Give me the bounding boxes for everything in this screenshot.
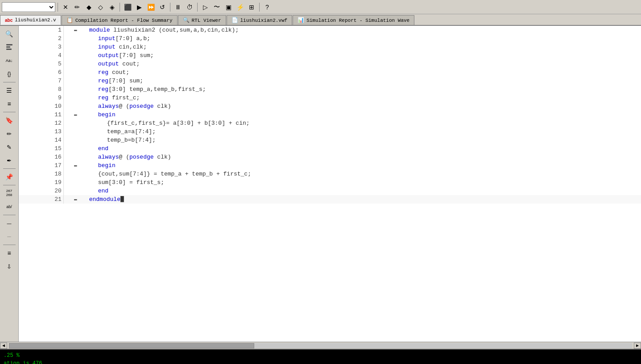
code-editor[interactable]: 1▬module liushuixian2 (cout,sum,a,b,cin,…: [19, 26, 641, 342]
hscroll-right-btn[interactable]: ▶: [634, 343, 641, 349]
tabbar: abc liushuixian2.v 📋 Compilation Report …: [0, 14, 641, 26]
loop-btn[interactable]: ↺: [157, 2, 168, 12]
tab-sim-icon: 📊: [298, 17, 304, 24]
fold-col-9: [63, 94, 87, 102]
sidebar-ab-btn[interactable]: ab/: [2, 200, 17, 213]
x-mark-btn[interactable]: ✕: [60, 2, 71, 12]
keyword-token: end: [98, 145, 108, 152]
toolbar-dropdown[interactable]: [2, 2, 55, 12]
sidebar-line-btn[interactable]: —: [2, 217, 17, 229]
line-number-18: 18: [19, 170, 63, 178]
code-line-4: 4output[7:0] sum;: [19, 51, 641, 60]
keyword-token: output: [98, 52, 119, 59]
fast-fwd-btn[interactable]: ⏩: [145, 2, 156, 12]
horizontal-scrollbar[interactable]: ◀ ▶: [0, 342, 641, 349]
tab-simulation-report[interactable]: 📊 Simulation Report - Simulation Wave: [293, 15, 414, 25]
sidebar-down2-btn[interactable]: ⇩: [2, 260, 17, 273]
code-line-14: 14temp_b=b[7:4];: [19, 136, 641, 144]
fold-col-1[interactable]: ▬: [63, 26, 87, 34]
grid-btn[interactable]: ⊞: [246, 2, 257, 12]
chip-btn[interactable]: ▣: [223, 2, 234, 12]
hscroll-track[interactable]: [9, 343, 632, 348]
code-col-15: end: [87, 144, 641, 153]
status-line-2: ation is 476: [4, 360, 637, 364]
wave-btn[interactable]: 〜: [211, 2, 222, 12]
sidebar-hierarchy-btn[interactable]: [2, 41, 17, 53]
compile2-btn[interactable]: ◇: [95, 2, 106, 12]
keyword-token: begin: [98, 162, 116, 169]
stop-btn[interactable]: ⬛: [122, 2, 133, 12]
fold-col-6: [63, 68, 87, 77]
sidebar-counter-btn[interactable]: 267268: [2, 187, 17, 200]
sidebar-brace-btn[interactable]: {}: [2, 68, 17, 80]
fold-col-2: [63, 34, 87, 43]
code-token: {cout,sum[7:4]} = temp_a + temp_b + firs…: [98, 171, 251, 177]
tab-liushuixian-vwf[interactable]: 📄 liushuixian2.vwf: [227, 15, 293, 25]
code-col-13: temp_a=a[7:4];: [87, 127, 641, 136]
code-token: @ (: [119, 154, 129, 160]
fold-col-17[interactable]: ▬: [63, 161, 87, 170]
fold-col-10: [63, 102, 87, 110]
toolbar-sep-4: [197, 3, 198, 12]
line-number-1: 1: [19, 26, 63, 34]
fold-col-20: [63, 187, 87, 195]
toolbar-sep-5: [259, 3, 260, 12]
fold-col-21[interactable]: ▬: [63, 195, 87, 204]
clock-btn[interactable]: ⏱: [184, 2, 195, 12]
code-col-2: input[7:0] a,b;: [87, 34, 641, 43]
line-number-6: 6: [19, 68, 63, 77]
sidebar-sep-6: [3, 245, 16, 245]
code-col-14: temp_b=b[7:4];: [87, 136, 641, 144]
fold-col-15: [63, 144, 87, 153]
run-btn[interactable]: ▷: [200, 2, 211, 12]
fold-col-14: [63, 136, 87, 144]
sidebar-find-btn[interactable]: 🔍: [2, 28, 17, 40]
code-line-19: 19sum[3:0] = first_s;: [19, 178, 641, 187]
sidebar-list1-btn[interactable]: ☰: [2, 84, 17, 97]
sidebar-bookmark-btn[interactable]: 🔖: [2, 114, 17, 127]
tab-compilation-report[interactable]: 📋 Compilation Report - Flow Summary: [62, 15, 178, 25]
svg-rect-2: [6, 49, 12, 50]
sidebar-pencil2-btn[interactable]: ✎: [2, 141, 17, 153]
tab-rtl-viewer[interactable]: 🔍 RTL Viewer: [178, 15, 226, 25]
power-btn[interactable]: ⚡: [235, 2, 245, 12]
sidebar-list2-btn[interactable]: ≡: [2, 98, 17, 110]
sidebar-eraser-btn[interactable]: ✏: [2, 127, 17, 140]
sidebar-pin-btn[interactable]: 📌: [2, 171, 17, 183]
tab-liushuixian-v[interactable]: abc liushuixian2.v: [0, 15, 61, 25]
code-col-4: output[7:0] sum;: [87, 51, 641, 60]
code-token: █: [120, 196, 124, 203]
sidebar-lines3-btn[interactable]: ≡: [2, 247, 17, 259]
main-area: 🔍 Aa↓ {} ☰ ≡ 🔖 ✏ ✎ ✒ 📌 267268 ab/ — ····…: [0, 26, 641, 342]
compile3-btn[interactable]: ◈: [107, 2, 117, 12]
keyword-token: reg: [98, 78, 108, 84]
help-btn[interactable]: ?: [262, 2, 273, 12]
code-line-18: 18{cout,sum[7:4]} = temp_a + temp_b + fi…: [19, 170, 641, 178]
code-token: cout;: [119, 61, 140, 67]
pause-btn[interactable]: ⏸: [173, 2, 183, 12]
code-token: temp_b=b[7:4];: [107, 137, 156, 143]
code-token: [7:0] sum;: [119, 52, 154, 59]
code-col-12: {first_c,first_s}= a[3:0] + b[3:0] + cin…: [87, 119, 641, 127]
line-number-13: 13: [19, 127, 63, 136]
sidebar-dots-btn[interactable]: ····: [2, 230, 17, 243]
hscroll-thumb[interactable]: [9, 343, 254, 348]
fold-col-11[interactable]: ▬: [63, 110, 87, 119]
sidebar-sort-btn[interactable]: Aa↓: [2, 54, 17, 67]
hscroll-left-btn[interactable]: ◀: [0, 343, 7, 349]
svg-rect-1: [6, 46, 10, 48]
code-token: [7:0] a,b;: [116, 35, 150, 42]
sidebar-pencil3-btn[interactable]: ✒: [2, 154, 17, 167]
line-number-19: 19: [19, 178, 63, 187]
code-token: @ (: [119, 103, 129, 110]
edit-btn[interactable]: ✏: [72, 2, 83, 12]
tab-rtl-icon: 🔍: [183, 17, 190, 24]
tab-vwf-label: liushuixian2.vwf: [240, 18, 288, 23]
toolbar-sep-1: [58, 3, 58, 12]
tab-vwf-icon: 📄: [232, 17, 238, 24]
code-table: 1▬module liushuixian2 (cout,sum,a,b,cin,…: [19, 26, 641, 204]
line-number-10: 10: [19, 102, 63, 110]
compile-btn[interactable]: ◆: [83, 2, 94, 12]
play-btn[interactable]: ▶: [134, 2, 145, 12]
line-number-9: 9: [19, 94, 63, 102]
